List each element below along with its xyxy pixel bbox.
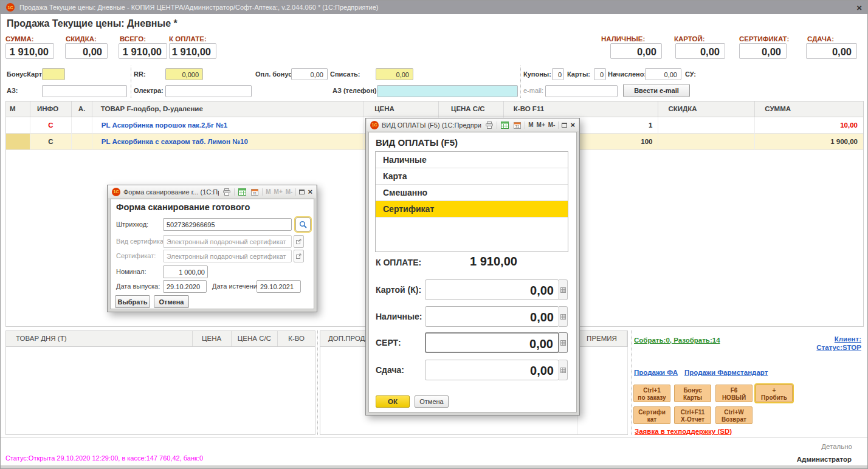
close-icon[interactable]: × (570, 120, 575, 129)
detail-link[interactable]: Детально (821, 443, 852, 450)
writeoff-input[interactable]: 0,00 (376, 68, 413, 80)
issue-date-input[interactable]: 29.10.2020 (163, 280, 207, 293)
olektra-input[interactable] (165, 85, 252, 97)
payment-option-certificate-selected[interactable]: Сертификат (376, 201, 568, 217)
return-button[interactable]: Ctrl+W Возврат (715, 406, 753, 424)
pay-bonus-input[interactable]: 0,00 (291, 68, 328, 80)
select-button[interactable]: Выбрать (115, 295, 150, 308)
1c-logo-icon: 1С (112, 188, 120, 196)
collect-disassemble-link[interactable]: Собрать:0, Разобрать:14 (634, 337, 720, 344)
button-line1: Ctrl+F11 (675, 409, 711, 416)
az-phone-input[interactable] (377, 85, 518, 97)
change-field-input[interactable]: 0,00 (425, 360, 559, 380)
calendar-icon[interactable]: 31 (512, 121, 522, 129)
certificate-label: СЕРТИФИКАТ: (739, 35, 789, 43)
cert-field-input[interactable]: 0,00 (425, 332, 559, 353)
ok-button[interactable]: ОК (376, 395, 410, 408)
button-line2: Пробить (756, 394, 792, 402)
divider (627, 347, 628, 434)
sales-fa-link[interactable]: Продажи ФА (634, 369, 678, 376)
cancel-button[interactable]: Отмена (415, 395, 449, 408)
enter-email-button[interactable]: Ввести e-mail (623, 84, 690, 97)
col-day-price: ЦЕНА (193, 331, 232, 346)
sales-pharmstandart-link[interactable]: Продажи Фармстандарт (684, 369, 768, 376)
calculator-icon[interactable] (238, 188, 247, 196)
print-icon[interactable] (222, 188, 231, 196)
cancel-button[interactable]: Отмена (154, 295, 189, 308)
memory-plus-button[interactable]: M+ (274, 188, 283, 195)
barcode-input[interactable]: 5027362966695 (163, 218, 292, 231)
certificate-value: 0,00 (739, 43, 787, 59)
certificate-button[interactable]: Сертифи кат (633, 406, 670, 424)
memory-button[interactable]: M (528, 122, 533, 128)
to-pay-value: 1 910,00 (169, 43, 216, 59)
discount-label: СКИДКА: (66, 35, 97, 43)
button-line1: Сертифи (634, 409, 670, 416)
window-close-icon[interactable]: × (856, 3, 862, 12)
close-icon[interactable]: × (308, 187, 312, 196)
f6-new-button[interactable]: F6 НОВЫЙ (715, 385, 753, 402)
col-info: ИНФО (30, 101, 72, 117)
bonus-card-input[interactable] (42, 68, 65, 80)
punch-button[interactable]: + Пробить (756, 385, 793, 402)
button-line1: Ctrl+1 (634, 387, 670, 394)
barcode-search-button[interactable] (295, 217, 311, 231)
nominal-input[interactable]: 1 000,00 (163, 265, 208, 278)
print-icon[interactable] (484, 121, 494, 129)
expiry-date-input[interactable]: 29.10.2021 (257, 280, 301, 293)
maximize-icon[interactable] (562, 123, 567, 128)
button-line1: Бонус (675, 387, 711, 394)
cert-open-button[interactable] (294, 250, 304, 262)
ctrl1-order-button[interactable]: Ctrl+1 по заказу (633, 385, 670, 402)
pay-bonus-label: Опл. бонус: (255, 70, 294, 78)
button-line2: Х-Отчет (675, 416, 711, 423)
memory-button[interactable]: M (266, 188, 270, 195)
bonus-card-label: БонусКарт: (7, 70, 44, 78)
calculator-mini-icon[interactable] (559, 360, 568, 380)
by-card-input[interactable]: 0,00 (425, 279, 559, 300)
bonus-cards-button[interactable]: Бонус Карты (674, 385, 711, 402)
memory-plus-button[interactable]: M+ (537, 122, 545, 128)
col-sum: СУММА (755, 101, 863, 117)
cards-count-input[interactable]: 0 (594, 68, 606, 80)
rr-input[interactable]: 0,000 (165, 68, 203, 80)
maximize-icon[interactable] (299, 190, 305, 194)
calculator-mini-icon[interactable] (559, 332, 568, 353)
sum-label: СУММА: (5, 35, 34, 43)
x-report-button[interactable]: Ctrl+F11 Х-Отчет (674, 406, 711, 424)
cash-field-input[interactable]: 0,00 (425, 306, 559, 327)
coupons-input[interactable]: 0 (552, 68, 564, 80)
cert-label: Сертификат: (116, 252, 156, 259)
col-day-tovar: ТОВАР ДНЯ (Т) (6, 331, 193, 346)
calculator-mini-icon[interactable] (559, 279, 568, 300)
current-user: Администратор (797, 456, 852, 463)
cert-type-input: Электронный подарочный сертификат (163, 235, 292, 248)
payment-option-mixed[interactable]: Смешанно (376, 185, 568, 201)
payment-option-cash[interactable]: Наличные (376, 152, 568, 168)
az-input[interactable] (42, 85, 127, 97)
calculator-icon[interactable] (500, 121, 509, 129)
support-request-link[interactable]: Заявка в техподдержку (SD) (635, 428, 732, 435)
button-line1: F6 (716, 387, 752, 394)
cert-type-open-button[interactable] (294, 235, 304, 248)
memory-minus-button[interactable]: M- (286, 188, 293, 195)
email-label: e-mail: (523, 87, 543, 94)
button-line1: Ctrl+W (716, 409, 752, 416)
svg-text:31: 31 (252, 191, 257, 195)
payment-dialog-titlebar: 1С ВИД ОПЛАТЫ (F5) (1С:Предприятие) 31 M… (367, 118, 579, 131)
memory-minus-button[interactable]: M- (548, 122, 556, 128)
payment-option-card[interactable]: Карта (376, 168, 568, 185)
accrued-input[interactable]: 0,00 (645, 68, 681, 80)
calculator-mini-icon[interactable] (559, 306, 568, 327)
divider (317, 330, 318, 435)
calendar-icon[interactable]: 31 (250, 188, 259, 196)
card-value: 0,00 (675, 43, 725, 59)
email-input[interactable] (545, 85, 618, 97)
client-status-link[interactable]: Клиент: Статус:STOP (816, 335, 861, 352)
button-line2: по заказу (634, 394, 670, 402)
col-day-qty: К-ВО (278, 331, 315, 346)
cell-m (6, 117, 30, 134)
col-discount: СКИДКА (658, 101, 755, 117)
dialog-to-pay-label: К ОПЛАТЕ: (376, 258, 421, 267)
divider (497, 122, 497, 129)
